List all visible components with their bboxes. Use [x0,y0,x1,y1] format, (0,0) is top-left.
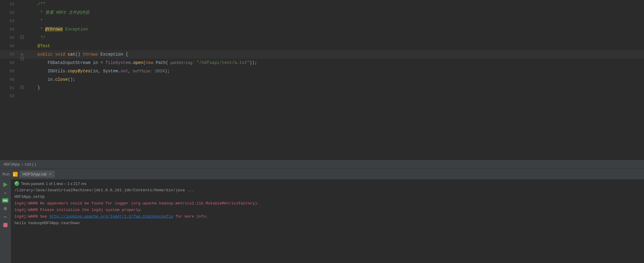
stop-button[interactable] [3,223,7,227]
line-number-61: 61 [0,84,18,92]
line-number-53: 53 [0,17,18,25]
log4j-link[interactable]: http://logging.apache.org/log4j/1.2/faq.… [49,214,173,219]
run-toolbar: Run: J HDFSApp.cat ✕ [0,169,644,179]
code-line-53: 53 * [0,17,644,25]
code-line-58: 58 FSDataInputStream in = fileSystem.ope… [0,59,644,67]
run-tab-icon: J [13,172,18,177]
line-number-58: 58 [0,59,18,67]
test-result-line: Tests passed: 1 of 1 test – 1 s 217 ms [14,181,640,186]
line-content-60: in.close(); [26,75,644,84]
line-number-56: 56 [0,42,18,51]
console-container: » ms ⊞ ⋯ Tests passed: 1 of 1 test – 1 s… [0,179,644,263]
code-line-52: 52 * 查看 HDFS 文件的内容 [0,8,644,17]
line-content-53: * [26,17,644,25]
code-line-59: 59 IOUtils.copyBytes(in, System.out, buf… [0,67,644,75]
gutter-55[interactable] [18,35,26,39]
line-content-58: FSDataInputStream in = fileSystem.open(n… [26,59,644,67]
fold-icon-55[interactable] [20,35,24,39]
gutter-57: ↻ [18,52,26,60]
map-icon[interactable]: ⊞ [4,206,7,212]
more-button[interactable]: » [4,191,6,195]
line-content-59: IOUtils.copyBytes(in, System.out, buffSi… [26,67,644,76]
line-number-62: 62 [0,92,18,100]
console-line-5: log4j:WARN See http://logging.apache.org… [14,213,640,220]
fold-icon-57[interactable] [20,57,24,60]
console-line-6: hello hadoopHDFSApp.tearDown [14,220,640,227]
line-content-51: /** [26,0,644,8]
code-editor: 51 /** 52 * 查看 HDFS 文件的内容 53 * 54 * @thr… [0,0,644,160]
svg-text:J: J [13,174,15,177]
code-line-55: 55 */ [0,33,644,42]
run-tab[interactable]: HDFSApp.cat ✕ [19,171,54,178]
line-number-60: 60 [0,76,18,84]
gutter-61[interactable] [18,85,26,89]
console-line-2: HDFSApp.setUp [14,194,640,200]
console-line-4: log4j:WARN Please initialize the log4j s… [14,207,640,213]
ms-badge: ms [2,198,8,203]
line-content-57: public void cat() throws Exception { [26,50,644,59]
console-line-3: log4j:WARN No appenders could be found f… [14,200,640,207]
code-lines: 51 /** 52 * 查看 HDFS 文件的内容 53 * 54 * @thr… [0,0,644,160]
code-line-56: 56 @Test [0,42,644,50]
breadcrumb-separator: › [21,162,24,167]
run-tab-name: HDFSApp.cat [22,172,46,176]
dots-icon[interactable]: ⋯ [4,214,7,220]
console-output: Tests passed: 1 of 1 test – 1 s 217 ms /… [11,179,644,263]
line-number-54: 54 [0,25,18,34]
line-content-52: * 查看 HDFS 文件的内容 [26,8,644,17]
line-content-56: @Test [26,42,644,50]
test-result-text: Tests passed: 1 of 1 test – 1 s 217 ms [21,181,86,186]
line-content-54: * @throws Exception [26,25,644,33]
code-line-61: 61 } [0,84,644,92]
code-line-54: 54 * @throws Exception [0,25,644,33]
console-sidebar: » ms ⊞ ⋯ [0,179,11,263]
breadcrumb-bar: HDFSApp › cat() [0,160,644,169]
breadcrumb-method[interactable]: cat() [25,162,36,167]
fold-icon-61[interactable] [20,85,24,89]
console-line-1: /Library/Java/JavaVirtualMachines/jdk1.8… [14,187,640,194]
play-button[interactable] [3,182,7,188]
line-content-55: */ [26,33,644,42]
run-label: Run: [2,172,10,176]
line-number-52: 52 [0,9,18,17]
line-number-55: 55 [0,34,18,42]
line-number-51: 51 [0,0,18,9]
line-number-57: 57 [0,51,18,59]
run-tab-close[interactable]: ✕ [49,172,52,176]
java-icon: J [13,172,18,177]
code-line-60: 60 in.close(); [0,75,644,84]
code-line-51: 51 /** [0,0,644,8]
code-line-62: 62 [0,92,644,100]
run-gutter-icon[interactable]: ↻ [21,52,23,56]
line-content-61: } [26,84,644,92]
breadcrumb-class[interactable]: HDFSApp [4,162,20,167]
line-number-59: 59 [0,67,18,76]
test-passed-icon [14,181,19,186]
code-line-57: 57 ↻ public void cat() throws Exception … [0,50,644,59]
